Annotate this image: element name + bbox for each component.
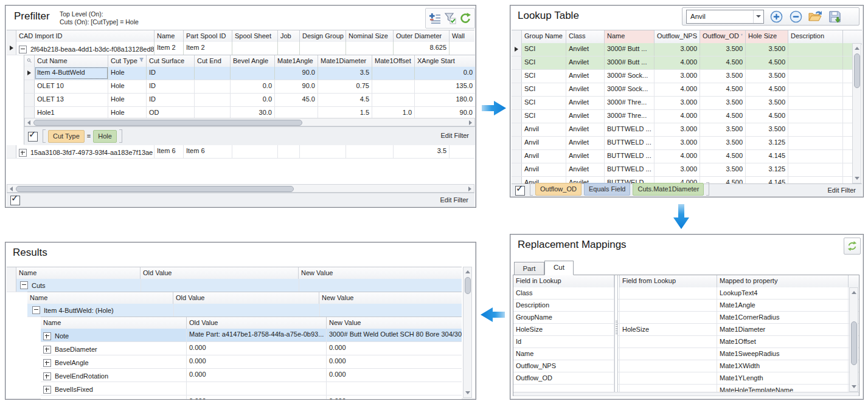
property-row[interactable]: BevelStartRotation 0.000 0.000 [41,395,462,400]
mapping-row[interactable]: Outflow_NPS Mate1XWidth [513,360,859,372]
column-header-name[interactable]: Name [605,30,654,44]
master-row-item6[interactable]: 15aa3108-3fd7-4973-93f4-aa183e7f13ae Ite… [7,145,474,159]
scroll-up-icon[interactable] [852,291,856,294]
lookup-row[interactable]: SCI Anvilet 3000# Butt ... 4.000 4.500 4… [512,56,852,70]
column-header-group-name[interactable]: Group Name [522,30,566,44]
filter-operator-tag[interactable]: Equals Field [584,183,631,196]
scroll-up-icon[interactable] [465,270,470,273]
mapping-row[interactable]: MateHoleTemplateName [513,385,859,392]
lookup-vertical-scrollbar[interactable] [852,43,861,183]
mapping-row[interactable]: Class LookupText4 [513,287,859,300]
scrollbar-thumb[interactable] [465,277,471,294]
column-header-description[interactable]: Description [788,30,843,44]
column-header-class[interactable]: Class [566,30,605,44]
lookup-row[interactable]: Anvil Anvilet BUTTWELD ... 3.000 3.500 3… [512,163,852,177]
column-header-name[interactable]: Name [41,317,187,329]
column-header-new-value[interactable]: New Value [319,292,462,304]
mapping-row[interactable]: Outflow_OD Mate1YLength [513,372,859,385]
scrollbar-thumb[interactable] [33,120,302,126]
column-header-field-from-lookup[interactable]: Field from Lookup [620,275,717,287]
save-lookup-button[interactable] [827,9,842,24]
filter-field-tag[interactable]: Outflow_OD [535,183,582,196]
collapse-icon[interactable] [32,306,40,314]
master-row-item2[interactable]: 2f64b218-beaa-4dd1-b3dc-f08a13128ed8 Ite… [7,42,474,55]
cut-row[interactable]: Item 4-ButtWeld Hole ID 90.0 3.5 0.0 [24,67,475,80]
column-splitter[interactable] [614,275,618,392]
expand-icon[interactable] [43,386,51,394]
filter-value-tag[interactable]: Cuts.Mate1Diameter [633,183,704,196]
column-header-old-value[interactable]: Old Value [141,267,299,279]
expand-icon[interactable] [43,399,51,400]
add-lookup-row-button[interactable] [769,9,783,24]
cuts-filter-enabled-checkbox[interactable] [28,132,38,142]
search-column-header[interactable] [24,55,35,67]
cut-row[interactable]: OLET 13 Hole ID 0.0 45.0 4.5 180.0 [24,94,475,107]
mapping-row[interactable]: Description Mate1Angle [513,300,859,312]
scroll-right-icon[interactable] [468,187,471,191]
lookup-edit-filter-link[interactable]: Edit Filter [828,187,856,194]
filter-operator[interactable]: = [87,132,91,140]
lookup-row[interactable]: Anvil Anvilet BUTTWELD ... 3.000 3.500 3… [512,123,852,137]
open-lookup-button[interactable] [808,9,822,24]
prefilter-horizontal-scrollbar[interactable] [7,184,474,193]
mapping-row[interactable]: Name Mate1SweepRadius [513,348,859,360]
column-header-mapped-to-property[interactable]: Mapped to property [717,275,849,287]
column-header-new-value[interactable]: New Value [327,317,462,329]
column-header-xangle-start[interactable]: XAngle Start [415,55,475,67]
lookup-row[interactable]: Anvil Anvilet BUTTWELD ... 3.000 3.500 3… [512,137,852,150]
scroll-down-icon[interactable] [855,177,859,180]
column-header-cut-surface[interactable]: Cut Surface [147,55,195,67]
add-filter-row-button[interactable] [429,11,442,26]
scroll-down-icon[interactable] [465,391,470,394]
column-header-design-group[interactable]: Design Group [300,30,346,43]
expand-icon[interactable] [19,149,27,157]
column-header-mate1offset[interactable]: Mate1Offset [372,55,415,67]
filter-value-tag[interactable]: Hole [93,130,117,143]
results-group-cuts-row[interactable]: Cuts [7,279,462,292]
column-header-spool-sheet[interactable]: Spool Sheet [232,30,278,43]
property-row[interactable]: BevelEndRotation 0.000 0.000 [41,369,462,382]
scrollbar-thumb[interactable] [854,53,860,88]
scrollbar-thumb[interactable] [851,321,857,365]
tab-cut[interactable]: Cut [544,261,574,275]
column-header-bevel-angle[interactable]: Bevel Angle [231,55,275,67]
column-header-job[interactable]: Job [278,30,300,43]
column-header-outflow-od[interactable]: Outflow_OD [700,30,746,44]
expand-icon[interactable] [43,372,51,380]
property-row[interactable]: BaseDiameter 0.000 0.000 [41,342,462,355]
column-header-new-value[interactable]: New Value [299,267,462,279]
apply-filter-button[interactable] [444,11,457,26]
mappings-vertical-scrollbar[interactable] [849,287,858,392]
lookup-row[interactable]: SCI Anvilet 3000# Thre... 4.000 4.500 4.… [512,110,852,123]
column-header-outflow-nps[interactable]: Outflow_NPS [654,30,700,44]
refresh-prefilter-button[interactable] [459,11,471,26]
column-header-old-value[interactable]: Old Value [173,292,319,304]
collapse-icon[interactable] [19,46,27,53]
column-header-mate1angle[interactable]: Mate1Angle [275,55,318,67]
scroll-right-icon[interactable] [469,120,472,125]
column-header-name[interactable]: Name [155,30,184,43]
cuts-edit-filter-link[interactable]: Edit Filter [441,132,469,139]
expand-icon[interactable] [43,346,51,354]
column-header-part-spool-id[interactable]: Part Spool ID [184,30,232,43]
expand-icon[interactable] [43,359,51,367]
refresh-mappings-button[interactable] [844,238,861,255]
tab-part[interactable]: Part [514,262,544,275]
column-header-wall[interactable]: Wall [450,30,474,43]
column-header-name[interactable]: Name [16,267,141,279]
results-group-item4-row[interactable]: Item 4-ButtWeld: (Hole) [27,304,462,317]
filter-field-tag[interactable]: Cut Type [48,130,85,143]
column-header-cut-end[interactable]: Cut End [195,55,231,67]
column-header-cut-name[interactable]: Cut Name [35,55,108,67]
prefilter-edit-filter-link[interactable]: Edit Filter [440,196,468,204]
column-header-field-in-lookup[interactable]: Field in Lookup [513,275,614,287]
column-header-hole-size[interactable]: Hole Size [746,30,788,44]
mapping-row[interactable]: GroupName Mate1CornerRadius [513,312,859,324]
lookup-row[interactable]: SCI Anvilet 3000# Sock... 3.000 3.500 3.… [512,70,852,83]
results-vertical-scrollbar[interactable] [463,267,472,398]
mapping-row[interactable]: Id Mate1Offset [513,336,859,348]
property-row[interactable]: BevelIsFixed [41,382,462,395]
mapping-row[interactable]: HoleSize HoleSize Mate1Diameter [513,324,859,336]
lookup-filter-enabled-checkbox[interactable] [515,186,525,196]
column-header-nominal-size[interactable]: Nominal Size [346,30,394,43]
